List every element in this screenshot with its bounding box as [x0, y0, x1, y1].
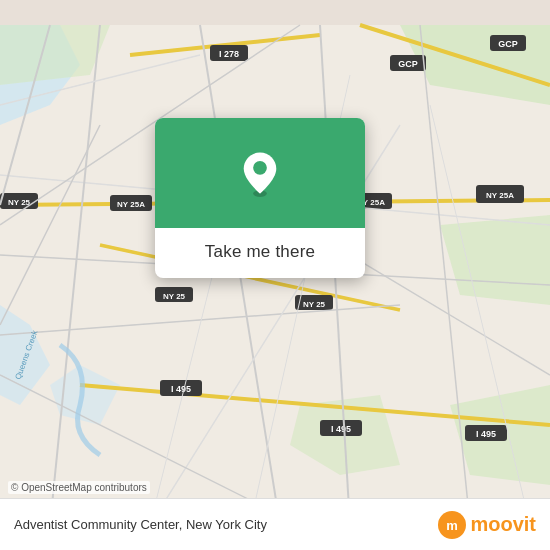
map-container: I 278 GCP GCP NY 25 NY 25A NY 25A NY 25A… [0, 0, 550, 550]
svg-text:m: m [447, 518, 459, 533]
svg-text:NY 25A: NY 25A [486, 191, 514, 200]
svg-text:I 495: I 495 [476, 429, 496, 439]
svg-text:NY 25: NY 25 [303, 300, 326, 309]
svg-text:GCP: GCP [398, 59, 418, 69]
svg-text:I 278: I 278 [219, 49, 239, 59]
map-attribution: © OpenStreetMap contributors [8, 481, 150, 494]
bottom-bar: Adventist Community Center, New York Cit… [0, 498, 550, 550]
svg-point-57 [253, 161, 267, 175]
svg-text:NY 25: NY 25 [8, 198, 31, 207]
popup-body[interactable]: Take me there [155, 228, 365, 278]
moovit-logo: m moovit [438, 511, 536, 539]
attribution-text: © OpenStreetMap contributors [11, 482, 147, 493]
location-pin-icon [236, 149, 284, 197]
location-label: Adventist Community Center, New York Cit… [14, 517, 267, 532]
moovit-logo-text: moovit [470, 513, 536, 536]
svg-text:NY 25: NY 25 [163, 292, 186, 301]
take-me-there-button[interactable]: Take me there [205, 242, 315, 262]
svg-text:NY 25A: NY 25A [117, 200, 145, 209]
location-popup: Take me there [155, 118, 365, 278]
svg-text:I 495: I 495 [171, 384, 191, 394]
svg-text:I 495: I 495 [331, 424, 351, 434]
svg-text:GCP: GCP [498, 39, 518, 49]
popup-header [155, 118, 365, 228]
moovit-icon: m [438, 511, 466, 539]
